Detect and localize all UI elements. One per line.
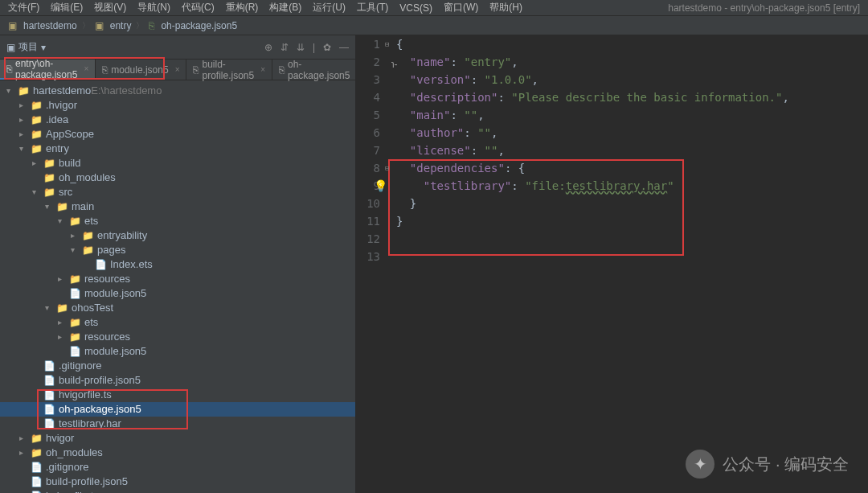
project-toolbar[interactable]: ▣ 项目 ▾ ⊕ ⇵ ⇊ | ✿ —	[0, 35, 355, 60]
tree-item[interactable]: ▾📁main	[0, 199, 355, 214]
tree-item[interactable]: ▸📁resources	[0, 330, 355, 344]
close-icon[interactable]: ×	[260, 65, 265, 74]
tree-item[interactable]: 📄build-profile.json5	[0, 373, 355, 388]
tree-item[interactable]: ▸📁.hvigor	[0, 98, 355, 113]
menu-item[interactable]: 窗口(W)	[444, 1, 478, 14]
close-icon[interactable]: ×	[175, 65, 180, 74]
editor-tab[interactable]: ⎘ oh-package.json5 ×	[272, 60, 368, 80]
tree-item[interactable]: ▾📁hartestdemo E:\hartestdemo	[0, 84, 355, 98]
tree-caret[interactable]: ▸	[19, 98, 31, 113]
tree-caret[interactable]: ▾	[19, 142, 31, 156]
menu-item[interactable]: 视图(V)	[94, 1, 126, 14]
tree-label: .idea	[46, 113, 68, 127]
json-icon: ⎘	[149, 20, 154, 31]
tree-item[interactable]: ▾📁ohosTest	[0, 301, 355, 315]
menu-item[interactable]: VCS(S)	[399, 2, 432, 14]
menu-item[interactable]: 重构(R)	[226, 1, 259, 14]
tree-item[interactable]: 📄.gitignore	[0, 460, 355, 475]
tree-caret[interactable]: ▾	[58, 214, 69, 228]
breadcrumb[interactable]: ▣ hartestdemo 〉 ▣ entry 〉 ⎘ oh-package.j…	[0, 16, 868, 35]
tree-item[interactable]: 📄build-profile.json5	[0, 475, 355, 489]
menu-item[interactable]: 代码(C)	[182, 1, 215, 14]
tree-caret[interactable]: ▸	[58, 272, 69, 286]
tree-item[interactable]: ▾📁pages	[0, 243, 355, 257]
tree-caret[interactable]: ▾	[45, 301, 56, 315]
folder-icon: 📁	[31, 127, 43, 142]
tree-item[interactable]: 📄.gitignore	[0, 359, 355, 373]
menubar[interactable]: 文件(F)编辑(E)视图(V)导航(N)代码(C)重构(R)构建(B)运行(U)…	[0, 0, 868, 16]
tree-item[interactable]: ▸📁resources	[0, 272, 355, 286]
menu-item[interactable]: 编辑(E)	[51, 1, 83, 14]
tree-label: build-profile.json5	[46, 475, 128, 489]
tree-label: build	[59, 156, 80, 170]
folder-icon: 📁	[69, 272, 81, 286]
tree-label: module.json5	[84, 344, 146, 359]
chevron-icon: 〉	[136, 20, 144, 31]
code-editor[interactable]: 12345678910111213 ⊟{ "name": "entry", "v…	[356, 35, 868, 493]
project-tree[interactable]: ▾📁hartestdemo E:\hartestdemo▸📁.hvigor▸📁.…	[0, 80, 355, 493]
line-number: 1	[356, 35, 380, 53]
tree-caret[interactable]: ▸	[19, 446, 31, 460]
tree-item[interactable]: ▾📁entry	[0, 142, 355, 156]
line-number: 11	[356, 212, 380, 230]
menu-item[interactable]: 运行(U)	[313, 1, 346, 14]
folder-icon: ▣	[6, 42, 15, 53]
folder-icon: 📁	[69, 214, 81, 228]
tree-caret[interactable]: ▸	[71, 228, 82, 243]
tree-caret[interactable]: ▸	[32, 156, 43, 170]
menu-item[interactable]: 构建(B)	[269, 1, 301, 14]
expand-icon[interactable]: ⇊	[297, 42, 305, 53]
intention-bulb-icon[interactable]: 💡	[374, 177, 387, 195]
tree-label: oh_modules	[59, 170, 116, 185]
menu-item[interactable]: 导航(N)	[137, 1, 170, 14]
locate-icon[interactable]: ⊕	[264, 42, 272, 53]
menu-item[interactable]: 文件(F)	[8, 1, 39, 14]
tree-caret[interactable]: ▸	[19, 113, 31, 127]
project-view-selector[interactable]: ▣ 项目 ▾	[6, 40, 46, 54]
line-number: 2	[356, 53, 380, 71]
tree-caret[interactable]: ▾	[71, 243, 82, 257]
tree-item[interactable]: ▾📁src	[0, 185, 355, 199]
tree-label: module.json5	[84, 286, 146, 301]
tree-caret[interactable]: ▾	[6, 84, 18, 98]
breadcrumb-file[interactable]: oh-package.json5	[161, 20, 237, 31]
tree-caret[interactable]: ▸	[19, 127, 31, 142]
hide-icon[interactable]: —	[339, 42, 349, 53]
chevron-icon: 〉	[82, 20, 90, 31]
tree-item[interactable]: ▸📁entryability	[0, 228, 355, 243]
project-sidebar: ▣ 项目 ▾ ⊕ ⇵ ⇊ | ✿ — ⎘ entry\oh-package.js…	[0, 35, 356, 493]
tree-label: resources	[84, 330, 130, 344]
tree-path: E:\hartestdemo	[91, 84, 162, 98]
editor-tab[interactable]: ⎘ build-profile.json5 ×	[186, 60, 272, 80]
json-icon: ⎘	[193, 64, 199, 76]
menu-item[interactable]: 工具(T)	[357, 1, 388, 14]
menu-item[interactable]: 帮助(H)	[489, 1, 522, 14]
line-gutter: 12345678910111213	[356, 35, 391, 493]
tree-label: .gitignore	[46, 460, 88, 475]
tree-caret[interactable]: ▸	[19, 431, 31, 446]
tree-label: AppScope	[46, 127, 94, 142]
tree-item[interactable]: 📄module.json5	[0, 286, 355, 301]
tree-item[interactable]: ▸📁hvigor	[0, 431, 355, 446]
line-number: 7	[356, 142, 380, 159]
tree-label: .gitignore	[59, 359, 101, 373]
tree-item[interactable]: ▸📁build	[0, 156, 355, 170]
tree-caret[interactable]: ▸	[58, 330, 69, 344]
tree-label: .hvigor	[46, 98, 77, 113]
breadcrumb-root[interactable]: hartestdemo	[23, 20, 77, 31]
gear-icon[interactable]: ✿	[323, 42, 331, 53]
tree-item[interactable]: 📄hvigorfile.ts	[0, 489, 355, 493]
tree-item[interactable]: 📁oh_modules	[0, 170, 355, 185]
tree-caret[interactable]: ▸	[58, 315, 69, 330]
tree-caret[interactable]: ▾	[45, 199, 56, 214]
tree-item[interactable]: ▾📁ets	[0, 214, 355, 228]
tree-item[interactable]: 📄Index.ets	[0, 257, 355, 272]
breadcrumb-module[interactable]: entry	[110, 20, 132, 31]
collapse-icon[interactable]: ⇵	[280, 42, 289, 53]
tree-item[interactable]: ▸📁.idea	[0, 113, 355, 127]
tree-item[interactable]: ▸📁AppScope	[0, 127, 355, 142]
tree-item[interactable]: ▸📁oh_modules	[0, 446, 355, 460]
tree-item[interactable]: 📄module.json5	[0, 344, 355, 359]
tree-item[interactable]: ▸📁ets	[0, 315, 355, 330]
tree-caret[interactable]: ▾	[32, 185, 43, 199]
